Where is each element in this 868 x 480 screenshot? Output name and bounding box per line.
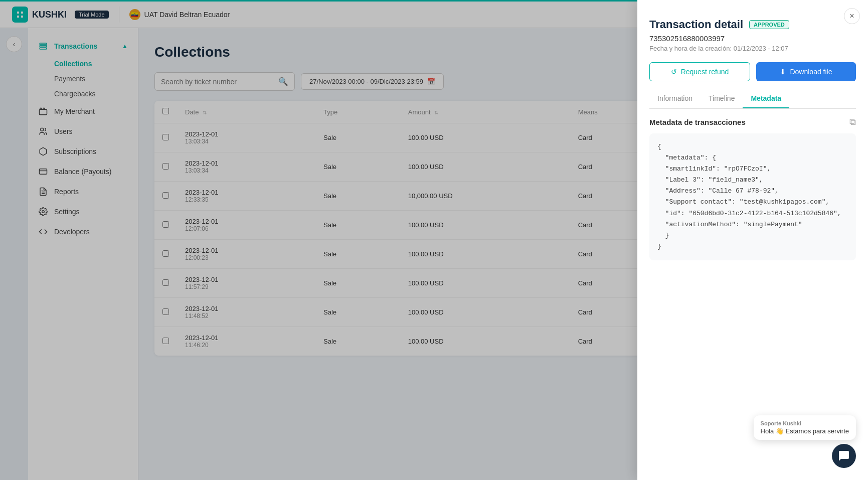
copy-metadata-button[interactable]: ⧉ [849, 117, 856, 127]
refund-icon: ↺ [671, 68, 677, 76]
metadata-content: { "metadata": { "smartlinkId": "rpO7FCzo… [649, 133, 856, 260]
panel-tabs: Information Timeline Metadata [649, 89, 856, 109]
chat-message: Hola 👋 Estamos para servirte [761, 427, 849, 435]
panel-title: Transaction detail [649, 18, 743, 31]
transaction-id: 735302516880003997 [649, 34, 856, 43]
transaction-detail-panel: × Transaction detail APPROVED 7353025168… [637, 0, 868, 480]
chat-bubble: Soporte Kushki Hola 👋 Estamos para servi… [754, 415, 856, 440]
tab-timeline[interactable]: Timeline [701, 89, 743, 108]
metadata-header: Metadata de transacciones ⧉ [649, 117, 856, 127]
download-icon: ⬇ [780, 68, 786, 76]
metadata-section-title: Metadata de transacciones [649, 118, 746, 126]
close-panel-button[interactable]: × [844, 8, 860, 24]
chat-from: Soporte Kushki [761, 420, 849, 426]
status-badge: APPROVED [749, 20, 789, 29]
tab-information[interactable]: Information [649, 89, 701, 108]
tab-metadata[interactable]: Metadata [743, 89, 789, 108]
chat-open-button[interactable] [832, 444, 856, 468]
panel-actions: ↺ Request refund ⬇ Download file [649, 62, 856, 81]
chat-widget: Soporte Kushki Hola 👋 Estamos para servi… [754, 415, 856, 468]
download-file-button[interactable]: ⬇ Download file [756, 62, 856, 81]
panel-header: × Transaction detail APPROVED 7353025168… [637, 0, 868, 81]
panel-title-row: Transaction detail APPROVED [649, 18, 856, 31]
request-refund-button[interactable]: ↺ Request refund [649, 62, 750, 81]
created-date: Fecha y hora de la creación: 01/12/2023 … [649, 45, 856, 52]
